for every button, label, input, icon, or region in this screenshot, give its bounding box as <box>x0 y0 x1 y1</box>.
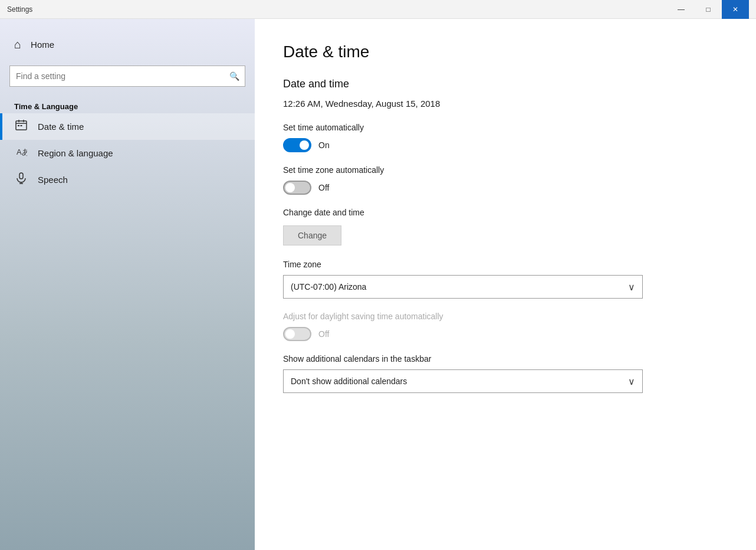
sidebar-item-date-time[interactable]: Date & time <box>0 113 255 140</box>
window-controls: — □ ✕ <box>668 0 749 19</box>
page-title: Date & time <box>283 42 728 61</box>
svg-rect-4 <box>18 125 19 126</box>
change-date-label: Change date and time <box>283 208 728 217</box>
search-input[interactable] <box>9 66 245 87</box>
timezone-label: Time zone <box>283 260 728 269</box>
maximize-button[interactable]: □ <box>695 0 722 19</box>
sidebar-item-region-label: Region & language <box>38 148 113 158</box>
additional-cal-label: Show additional calendars in the taskbar <box>283 354 728 364</box>
daylight-thumb <box>285 329 295 339</box>
close-button[interactable]: ✕ <box>722 0 749 19</box>
set-timezone-auto-toggle[interactable] <box>283 181 311 195</box>
set-timezone-auto-toggle-row: Off <box>283 181 728 195</box>
timezone-dropdown[interactable]: (UTC-07:00) Arizona ∨ <box>283 275 643 299</box>
additional-cal-dropdown[interactable]: Don't show additional calendars ∨ <box>283 369 643 393</box>
set-time-auto-toggle-row: On <box>283 138 728 152</box>
main-content: Date & time Date and time 12:26 AM, Wedn… <box>255 19 756 550</box>
change-button[interactable]: Change <box>283 225 341 245</box>
region-icon: Aあ <box>14 146 28 161</box>
app-title: Settings <box>7 5 32 14</box>
svg-rect-7 <box>19 173 23 179</box>
timezone-dropdown-wrapper: (UTC-07:00) Arizona ∨ <box>283 275 728 299</box>
set-time-auto-label: Set time automatically <box>283 123 728 132</box>
sidebar-item-speech-label: Speech <box>38 175 68 185</box>
minimize-button[interactable]: — <box>668 0 695 19</box>
set-time-auto-track[interactable] <box>283 138 311 152</box>
sidebar-search-container: 🔍 <box>9 66 245 87</box>
timezone-chevron-icon: ∨ <box>628 281 635 293</box>
section-heading: Date and time <box>283 78 728 90</box>
current-datetime: 12:26 AM, Wednesday, August 15, 2018 <box>283 99 728 109</box>
sidebar-item-home[interactable]: ⌂ Home <box>0 31 255 58</box>
additional-cal-dropdown-wrapper: Don't show additional calendars ∨ <box>283 369 728 393</box>
timezone-value: (UTC-07:00) Arizona <box>291 282 366 292</box>
daylight-toggle-row: Off <box>283 327 728 341</box>
set-time-auto-status: On <box>318 140 330 150</box>
sidebar-section-label: Time & Language <box>0 99 255 113</box>
sidebar-item-date-time-label: Date & time <box>38 122 84 132</box>
microphone-icon <box>14 172 28 187</box>
sidebar: ⌂ Home 🔍 Time & Language Date & time <box>0 19 255 550</box>
additional-cal-value: Don't show additional calendars <box>291 377 407 386</box>
set-time-auto-thumb <box>300 140 309 150</box>
additional-cal-chevron-icon: ∨ <box>628 376 635 387</box>
daylight-status: Off <box>318 329 329 339</box>
daylight-track[interactable] <box>283 327 311 341</box>
svg-text:Aあ: Aあ <box>17 148 27 156</box>
calendar-icon <box>14 119 28 134</box>
sidebar-home-label: Home <box>31 40 54 50</box>
set-timezone-auto-status: Off <box>318 183 329 192</box>
sidebar-item-region-language[interactable]: Aあ Region & language <box>0 140 255 166</box>
daylight-toggle[interactable] <box>283 327 311 341</box>
home-icon: ⌂ <box>14 38 21 51</box>
set-timezone-auto-label: Set time zone automatically <box>283 165 728 175</box>
sidebar-item-speech[interactable]: Speech <box>0 166 255 193</box>
set-timezone-auto-thumb <box>285 183 295 192</box>
svg-rect-5 <box>21 125 22 126</box>
title-bar: Settings — □ ✕ <box>0 0 756 19</box>
daylight-label: Adjust for daylight saving time automati… <box>283 312 728 321</box>
set-time-auto-toggle[interactable] <box>283 138 311 152</box>
set-timezone-auto-track[interactable] <box>283 181 311 195</box>
